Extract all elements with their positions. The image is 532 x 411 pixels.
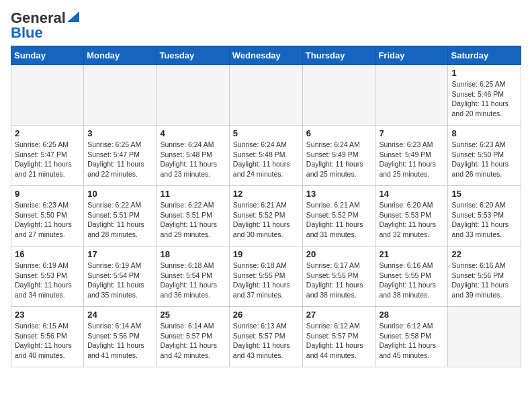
day-info: Sunrise: 6:20 AM Sunset: 5:53 PM Dayligh… xyxy=(379,200,444,240)
day-info: Sunrise: 6:20 AM Sunset: 5:53 PM Dayligh… xyxy=(451,200,517,240)
calendar-day-cell: 16Sunrise: 6:19 AM Sunset: 5:53 PM Dayli… xyxy=(11,246,84,307)
day-info: Sunrise: 6:23 AM Sunset: 5:50 PM Dayligh… xyxy=(15,200,80,240)
day-number: 18 xyxy=(160,249,225,259)
calendar-day-cell: 5Sunrise: 6:24 AM Sunset: 5:48 PM Daylig… xyxy=(229,126,302,186)
weekday-header-monday: Monday xyxy=(84,46,157,65)
calendar-week-row: 23Sunrise: 6:15 AM Sunset: 5:56 PM Dayli… xyxy=(11,307,521,367)
day-info: Sunrise: 6:14 AM Sunset: 5:57 PM Dayligh… xyxy=(160,321,225,361)
calendar-day-cell: 14Sunrise: 6:20 AM Sunset: 5:53 PM Dayli… xyxy=(375,186,448,246)
calendar-day-cell: 9Sunrise: 6:23 AM Sunset: 5:50 PM Daylig… xyxy=(11,186,84,246)
day-info: Sunrise: 6:24 AM Sunset: 5:48 PM Dayligh… xyxy=(160,140,225,179)
day-number: 9 xyxy=(15,189,80,199)
calendar-day-cell: 17Sunrise: 6:19 AM Sunset: 5:54 PM Dayli… xyxy=(84,246,157,307)
calendar-day-cell: 10Sunrise: 6:22 AM Sunset: 5:51 PM Dayli… xyxy=(84,186,157,246)
day-info: Sunrise: 6:21 AM Sunset: 5:52 PM Dayligh… xyxy=(233,200,299,240)
calendar-day-cell: 13Sunrise: 6:21 AM Sunset: 5:52 PM Dayli… xyxy=(302,186,375,246)
logo: General Blue xyxy=(11,11,79,40)
calendar-day-cell xyxy=(448,307,521,367)
calendar-day-cell: 2Sunrise: 6:25 AM Sunset: 5:47 PM Daylig… xyxy=(11,126,84,186)
calendar-week-row: 16Sunrise: 6:19 AM Sunset: 5:53 PM Dayli… xyxy=(11,246,521,307)
calendar-day-cell xyxy=(157,65,229,126)
day-number: 26 xyxy=(233,310,299,320)
calendar-day-cell: 26Sunrise: 6:13 AM Sunset: 5:57 PM Dayli… xyxy=(229,307,302,367)
day-number: 13 xyxy=(306,189,372,199)
calendar-day-cell: 25Sunrise: 6:14 AM Sunset: 5:57 PM Dayli… xyxy=(157,307,229,367)
calendar-day-cell xyxy=(229,65,302,126)
logo-blue-text: Blue xyxy=(11,26,43,40)
calendar-day-cell xyxy=(375,65,448,126)
day-info: Sunrise: 6:15 AM Sunset: 5:56 PM Dayligh… xyxy=(15,321,80,361)
logo-general-text: General xyxy=(11,11,66,26)
svg-marker-0 xyxy=(67,11,79,22)
calendar-day-cell: 11Sunrise: 6:22 AM Sunset: 5:51 PM Dayli… xyxy=(157,186,229,246)
day-number: 6 xyxy=(306,128,372,138)
day-info: Sunrise: 6:19 AM Sunset: 5:54 PM Dayligh… xyxy=(87,261,152,300)
calendar-day-cell: 23Sunrise: 6:15 AM Sunset: 5:56 PM Dayli… xyxy=(11,307,84,367)
day-number: 16 xyxy=(15,249,80,259)
calendar-header-row: SundayMondayTuesdayWednesdayThursdayFrid… xyxy=(11,46,521,65)
calendar-table: SundayMondayTuesdayWednesdayThursdayFrid… xyxy=(11,46,521,367)
day-number: 10 xyxy=(87,189,152,199)
day-info: Sunrise: 6:16 AM Sunset: 5:55 PM Dayligh… xyxy=(379,261,444,300)
day-info: Sunrise: 6:18 AM Sunset: 5:55 PM Dayligh… xyxy=(233,261,299,300)
calendar-day-cell xyxy=(302,65,375,126)
day-number: 27 xyxy=(306,310,372,320)
day-info: Sunrise: 6:21 AM Sunset: 5:52 PM Dayligh… xyxy=(306,200,372,240)
day-info: Sunrise: 6:14 AM Sunset: 5:56 PM Dayligh… xyxy=(87,321,152,361)
calendar-day-cell: 6Sunrise: 6:24 AM Sunset: 5:49 PM Daylig… xyxy=(302,126,375,186)
calendar-day-cell: 1Sunrise: 6:25 AM Sunset: 5:46 PM Daylig… xyxy=(448,65,521,126)
day-number: 11 xyxy=(160,189,225,199)
day-number: 14 xyxy=(379,189,444,199)
calendar-day-cell xyxy=(84,65,157,126)
day-info: Sunrise: 6:18 AM Sunset: 5:54 PM Dayligh… xyxy=(160,261,225,300)
day-number: 25 xyxy=(160,310,225,320)
calendar-day-cell: 24Sunrise: 6:14 AM Sunset: 5:56 PM Dayli… xyxy=(84,307,157,367)
day-number: 17 xyxy=(87,249,152,259)
day-number: 22 xyxy=(451,249,517,259)
day-info: Sunrise: 6:24 AM Sunset: 5:48 PM Dayligh… xyxy=(233,140,299,179)
day-number: 1 xyxy=(451,68,517,78)
day-info: Sunrise: 6:22 AM Sunset: 5:51 PM Dayligh… xyxy=(160,200,225,240)
calendar-day-cell: 28Sunrise: 6:12 AM Sunset: 5:58 PM Dayli… xyxy=(375,307,448,367)
weekday-header-sunday: Sunday xyxy=(11,46,84,65)
calendar-week-row: 1Sunrise: 6:25 AM Sunset: 5:46 PM Daylig… xyxy=(11,65,521,126)
day-number: 5 xyxy=(233,128,299,138)
day-number: 4 xyxy=(160,128,225,138)
calendar-day-cell: 4Sunrise: 6:24 AM Sunset: 5:48 PM Daylig… xyxy=(157,126,229,186)
day-info: Sunrise: 6:23 AM Sunset: 5:50 PM Dayligh… xyxy=(451,140,517,179)
day-number: 12 xyxy=(233,189,299,199)
logo-arrow-icon xyxy=(67,11,79,22)
day-number: 23 xyxy=(15,310,80,320)
weekday-header-tuesday: Tuesday xyxy=(157,46,229,65)
calendar-day-cell: 15Sunrise: 6:20 AM Sunset: 5:53 PM Dayli… xyxy=(448,186,521,246)
calendar-day-cell: 19Sunrise: 6:18 AM Sunset: 5:55 PM Dayli… xyxy=(229,246,302,307)
day-info: Sunrise: 6:23 AM Sunset: 5:49 PM Dayligh… xyxy=(379,140,444,179)
day-info: Sunrise: 6:22 AM Sunset: 5:51 PM Dayligh… xyxy=(87,200,152,240)
calendar-day-cell: 20Sunrise: 6:17 AM Sunset: 5:55 PM Dayli… xyxy=(302,246,375,307)
day-info: Sunrise: 6:16 AM Sunset: 5:56 PM Dayligh… xyxy=(451,261,517,300)
day-info: Sunrise: 6:12 AM Sunset: 5:57 PM Dayligh… xyxy=(306,321,372,361)
page-header: General Blue xyxy=(11,11,521,40)
weekday-header-friday: Friday xyxy=(375,46,448,65)
calendar-day-cell: 18Sunrise: 6:18 AM Sunset: 5:54 PM Dayli… xyxy=(157,246,229,307)
day-number: 3 xyxy=(87,128,152,138)
day-number: 8 xyxy=(451,128,517,138)
weekday-header-thursday: Thursday xyxy=(302,46,375,65)
calendar-day-cell: 22Sunrise: 6:16 AM Sunset: 5:56 PM Dayli… xyxy=(448,246,521,307)
calendar-week-row: 9Sunrise: 6:23 AM Sunset: 5:50 PM Daylig… xyxy=(11,186,521,246)
weekday-header-saturday: Saturday xyxy=(448,46,521,65)
calendar-day-cell: 8Sunrise: 6:23 AM Sunset: 5:50 PM Daylig… xyxy=(448,126,521,186)
day-number: 24 xyxy=(87,310,152,320)
calendar-day-cell: 7Sunrise: 6:23 AM Sunset: 5:49 PM Daylig… xyxy=(375,126,448,186)
calendar-day-cell: 12Sunrise: 6:21 AM Sunset: 5:52 PM Dayli… xyxy=(229,186,302,246)
calendar-day-cell: 3Sunrise: 6:25 AM Sunset: 5:47 PM Daylig… xyxy=(84,126,157,186)
day-info: Sunrise: 6:25 AM Sunset: 5:47 PM Dayligh… xyxy=(87,140,152,179)
weekday-header-wednesday: Wednesday xyxy=(229,46,302,65)
day-info: Sunrise: 6:12 AM Sunset: 5:58 PM Dayligh… xyxy=(379,321,444,361)
day-info: Sunrise: 6:25 AM Sunset: 5:47 PM Dayligh… xyxy=(15,140,80,179)
calendar-day-cell: 27Sunrise: 6:12 AM Sunset: 5:57 PM Dayli… xyxy=(302,307,375,367)
day-number: 28 xyxy=(379,310,444,320)
day-number: 21 xyxy=(379,249,444,259)
calendar-week-row: 2Sunrise: 6:25 AM Sunset: 5:47 PM Daylig… xyxy=(11,126,521,186)
calendar-day-cell xyxy=(11,65,84,126)
